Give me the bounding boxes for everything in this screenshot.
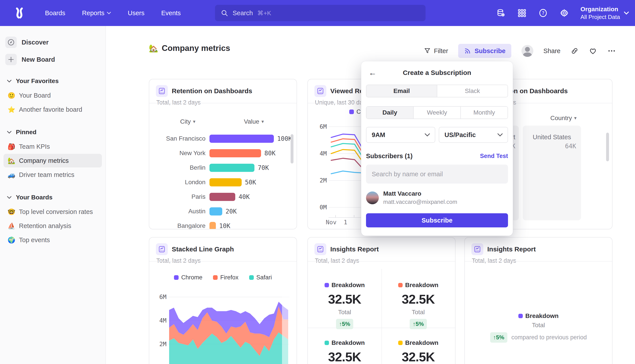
legend-square bbox=[249, 275, 254, 280]
card-title: Retention on Dashboards bbox=[172, 87, 252, 95]
timezone-select[interactable]: US/Pacific bbox=[439, 127, 508, 143]
breakdown-label: Breakdown bbox=[405, 339, 438, 346]
country-scrollbar[interactable] bbox=[606, 133, 609, 161]
send-test-link[interactable]: Send Test bbox=[480, 153, 508, 160]
filter-button[interactable]: Filter bbox=[424, 47, 448, 55]
sidebar-section-title: Your Boards bbox=[16, 194, 53, 201]
report-chart-icon bbox=[156, 85, 168, 97]
retention-city-label: Berlin bbox=[149, 164, 206, 171]
navbar-link-events[interactable]: Events bbox=[161, 10, 181, 17]
retention-row[interactable]: Paris40K bbox=[149, 190, 297, 204]
retention-row[interactable]: Berlin70K bbox=[149, 160, 297, 175]
board-title-row: 🏡 Company metrics bbox=[149, 44, 230, 53]
freq-tab-monthly[interactable]: Monthly bbox=[460, 107, 507, 118]
freq-tab-daily[interactable]: Daily bbox=[366, 107, 413, 118]
navbar-link-reports[interactable]: Reports bbox=[82, 10, 111, 17]
column-header-country[interactable]: Country▾ bbox=[550, 114, 576, 122]
sidebar-item-discover[interactable]: Discover bbox=[5, 36, 105, 48]
stacked-area-chart: 6M4M2M0M bbox=[156, 285, 293, 364]
country-value: 64K bbox=[528, 142, 576, 150]
rss-icon bbox=[464, 47, 471, 55]
board-emoji: 🏡 bbox=[149, 44, 158, 53]
retention-value-label: 80K bbox=[264, 150, 276, 157]
back-arrow-icon[interactable]: ← bbox=[369, 68, 377, 78]
freq-tab-weekly[interactable]: Weekly bbox=[413, 107, 460, 118]
user-avatar[interactable] bbox=[521, 45, 533, 57]
navbar-link-users[interactable]: Users bbox=[128, 10, 144, 17]
sidebar-item-top-level-conversion-rates[interactable]: 🤓Top level conversion rates bbox=[4, 205, 102, 218]
sidebar-item-your-board[interactable]: 🙂Your Board bbox=[4, 88, 102, 102]
total-label: Total bbox=[412, 309, 425, 316]
tab-email[interactable]: Email bbox=[366, 85, 437, 97]
sidebar-item-top-events[interactable]: 🌍Top events bbox=[4, 233, 102, 247]
board-emoji: 🚙 bbox=[7, 171, 16, 178]
subscribe-button[interactable]: Subscribe bbox=[458, 44, 511, 58]
copy-link-icon[interactable] bbox=[571, 47, 578, 55]
country-tile-united-states[interactable]: United States 64K bbox=[523, 126, 581, 220]
column-header-value[interactable]: Value▾ bbox=[244, 118, 264, 125]
retention-scrollbar[interactable] bbox=[291, 134, 293, 164]
board-emoji: ⛵ bbox=[7, 222, 16, 230]
legend-item-chrome[interactable]: Chrome bbox=[174, 274, 202, 281]
help-icon[interactable]: ? bbox=[538, 8, 548, 18]
sidebar-item-label: Retention analysis bbox=[19, 222, 71, 230]
search-input[interactable]: Search ⌘+K bbox=[215, 5, 425, 21]
card-stacked-line-graph: Stacked Line Graph Total, last 2 days Ch… bbox=[149, 237, 297, 364]
legend-square bbox=[325, 283, 329, 287]
board-emoji: 🤓 bbox=[7, 208, 16, 216]
delta-badge: ↑5% bbox=[490, 332, 507, 343]
navbar-link-label: Reports bbox=[82, 10, 105, 17]
column-header-city[interactable]: City▾ bbox=[180, 118, 195, 125]
time-select[interactable]: 9AM bbox=[366, 127, 435, 143]
breakdown-legend: Breakdown bbox=[325, 339, 365, 346]
sidebar-item-new-board[interactable]: New Board bbox=[5, 54, 105, 65]
board-emoji: 🌍 bbox=[7, 236, 16, 244]
retention-value-label: 50K bbox=[245, 179, 256, 186]
sidebar-item-team-kpis[interactable]: 🎒Team KPIs bbox=[4, 140, 102, 153]
svg-text:4M: 4M bbox=[159, 317, 167, 324]
tab-slack[interactable]: Slack bbox=[437, 85, 507, 97]
sidebar-section-header[interactable]: Your Boards bbox=[7, 194, 105, 201]
retention-bar bbox=[210, 193, 235, 201]
subscriber-search-input[interactable]: Search by name or email bbox=[366, 164, 508, 184]
sidebar-item-driver-team-metrics[interactable]: 🚙Driver team metrics bbox=[4, 168, 102, 182]
legend-item-firefox[interactable]: Firefox bbox=[213, 274, 239, 281]
sidebar-section-header[interactable]: Pinned bbox=[7, 129, 105, 136]
modal-subscribe-button[interactable]: Subscribe bbox=[366, 213, 508, 228]
org-switcher[interactable]: Organization All Project Data bbox=[580, 6, 629, 20]
delta-badge: ↑5% bbox=[410, 319, 427, 329]
apps-grid-icon[interactable] bbox=[517, 8, 527, 18]
board-emoji: 🎒 bbox=[7, 143, 16, 150]
delta-badge: ↑5% bbox=[336, 319, 353, 329]
sidebar-item-another-favorite-board[interactable]: ⭐Another favorite board bbox=[4, 103, 102, 116]
legend-item-safari[interactable]: Safari bbox=[249, 274, 272, 281]
retention-city-label: Bangalore bbox=[149, 222, 206, 229]
retention-row[interactable]: San Francisco100K bbox=[149, 131, 297, 146]
sidebar-sections: Your Favorites🙂Your Board⭐Another favori… bbox=[0, 78, 105, 247]
insights-tile: Breakdown32.5KTotal↑5% bbox=[381, 339, 455, 364]
sidebar-item-company-metrics[interactable]: 🏡Company metrics bbox=[4, 154, 102, 168]
retention-row[interactable]: Austin20K bbox=[149, 204, 297, 218]
navbar-link-boards[interactable]: Boards bbox=[45, 10, 65, 17]
retention-row[interactable]: New York80K bbox=[149, 146, 297, 160]
share-button[interactable]: Share bbox=[543, 47, 560, 55]
retention-row[interactable]: London50K bbox=[149, 175, 297, 190]
mixpanel-logo-icon[interactable] bbox=[13, 6, 26, 20]
board-emoji: 🏡 bbox=[7, 157, 16, 164]
sidebar-section-title: Your Favorites bbox=[16, 78, 59, 84]
svg-text:1: 1 bbox=[344, 219, 347, 225]
sidebar-section-header[interactable]: Your Favorites bbox=[7, 78, 105, 84]
settings-gear-icon[interactable] bbox=[559, 8, 569, 18]
sidebar-item-retention-analysis[interactable]: ⛵Retention analysis bbox=[4, 219, 102, 233]
more-options-icon[interactable] bbox=[607, 46, 616, 55]
retention-row[interactable]: Bangalore10K bbox=[149, 218, 297, 229]
subscriber-list-item[interactable]: Matt Vaccaro matt.vaccaro@mixpanel.com bbox=[366, 190, 508, 205]
sidebar: Discover New Board Your Favorites🙂Your B… bbox=[0, 26, 106, 364]
subscribers-count-label: Subscribers (1) bbox=[366, 152, 412, 160]
favorite-heart-icon[interactable] bbox=[589, 47, 597, 55]
plus-icon bbox=[5, 54, 17, 65]
insights-tile: Breakdown32.5KTotal↑5% bbox=[308, 339, 381, 364]
data-management-icon[interactable] bbox=[496, 8, 506, 18]
org-project: All Project Data bbox=[580, 14, 620, 20]
metric-value: 32.5K bbox=[328, 350, 361, 364]
